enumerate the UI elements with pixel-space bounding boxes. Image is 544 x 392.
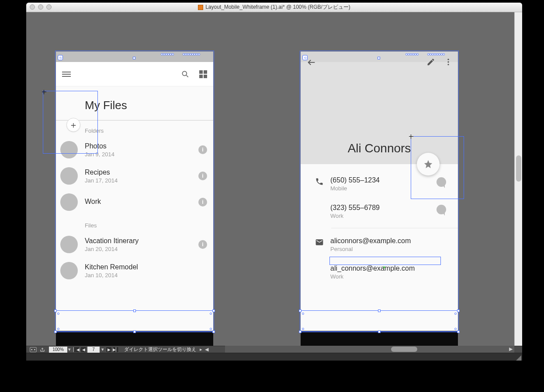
avatar	[60, 167, 78, 185]
add-fab-button[interactable]: ＋	[66, 118, 80, 132]
status-message: ダイレクト選択ツールを切り換え	[121, 346, 200, 353]
artboard-number-input[interactable]: 7	[87, 347, 100, 353]
gpu-preview-icon	[30, 347, 37, 352]
artboard-dropdown-icon[interactable]: ▾	[100, 347, 105, 352]
svg-point-5	[447, 64, 449, 65]
illustrator-window: Layout_Mobile_Whiteframe (1).ai* @ 100% …	[26, 3, 522, 361]
hscroll-left-arrow-icon[interactable]: ◀	[205, 347, 208, 352]
svg-point-3	[447, 59, 449, 60]
message-icon[interactable]	[437, 177, 446, 187]
link-indicator-icon: ⎋	[302, 55, 308, 60]
phone-icon	[308, 176, 330, 186]
item-title: Recipes	[85, 168, 198, 176]
phone-number: (650) 555–1234	[330, 176, 433, 184]
edit-icon[interactable]	[426, 58, 435, 66]
anchor-cluster[interactable]	[427, 53, 445, 55]
status-icons[interactable]	[26, 347, 49, 352]
zoom-input[interactable]: 100%	[49, 347, 67, 353]
anchor-cluster[interactable]	[161, 53, 174, 55]
anchor-cluster[interactable]: ⎋	[58, 55, 63, 60]
title-text: Layout_Mobile_Whiteframe (1).ai* @ 100% …	[205, 3, 350, 11]
message-icon[interactable]	[437, 205, 446, 214]
item-title: Work	[85, 198, 198, 206]
page-title: My Files	[85, 99, 213, 112]
selection-handle[interactable]	[133, 57, 135, 59]
search-icon[interactable]	[181, 70, 190, 79]
info-icon[interactable]: i	[198, 145, 207, 154]
section-header-files: Files	[56, 215, 213, 231]
contact-row[interactable]: ali_connors@example.com Work	[301, 258, 458, 286]
star-fab-button[interactable]	[417, 153, 440, 175]
contact-row[interactable]: (323) 555–6789 Work	[301, 198, 458, 225]
scrollbar-thumb[interactable]	[391, 347, 417, 352]
artboard-my-files[interactable]: My Files ＋ Folders Photos Jan 9, 2014 i …	[56, 52, 213, 331]
first-artboard-button[interactable]: ▏◀	[73, 347, 80, 353]
horizontal-scrollbar[interactable]: ▶	[225, 346, 514, 353]
canvas[interactable]: My Files ＋ Folders Photos Jan 9, 2014 i …	[26, 12, 514, 346]
document-title: Layout_Mobile_Whiteframe (1).ai* @ 100% …	[198, 3, 350, 11]
info-icon[interactable]: i	[198, 198, 207, 206]
email-address: ali_connors@example.com	[330, 265, 433, 272]
zoom-window-button[interactable]	[46, 4, 52, 10]
contact-row[interactable]: (650) 555–1234 Mobile	[301, 170, 458, 198]
svg-point-8	[34, 349, 35, 350]
status-dropdown-icon[interactable]: ▸	[200, 347, 205, 352]
share-icon	[39, 347, 45, 352]
list-item[interactable]: Kitchen Remodel Jan 10, 2014	[56, 258, 213, 279]
contact-header: Ali Connors	[301, 52, 458, 164]
anchor-cross-icon	[409, 134, 413, 139]
info-icon[interactable]: i	[198, 240, 207, 249]
artboard-nav: ▏◀ ◀ 7 ▾ ▶ ▶▏	[72, 347, 121, 353]
close-window-button[interactable]	[30, 4, 35, 10]
prev-artboard-button[interactable]: ◀	[80, 347, 87, 353]
anchor-cross-icon	[42, 90, 46, 94]
titlebar[interactable]: Layout_Mobile_Whiteframe (1).ai* @ 100% …	[26, 3, 522, 12]
artboard-contact[interactable]: Ali Connors (650) 555–1234 Mobile	[301, 52, 458, 331]
avatar	[60, 193, 78, 211]
avatar	[60, 141, 78, 158]
overflow-menu-icon[interactable]	[444, 58, 453, 66]
hamburger-menu-icon[interactable]	[62, 72, 71, 77]
email-label: Personal	[330, 246, 433, 252]
scrollbar-thumb[interactable]	[516, 155, 521, 182]
contact-name: Ali Connors	[301, 141, 458, 155]
email-label: Work	[330, 273, 433, 280]
window-resize-grip[interactable]	[515, 354, 521, 361]
anchor-cluster[interactable]	[405, 53, 419, 55]
anchor-cluster[interactable]	[183, 53, 200, 55]
nav-bar	[56, 331, 213, 346]
list-item[interactable]: Photos Jan 9, 2014 i	[56, 137, 213, 163]
contact-row[interactable]: aliconnors@example.com Personal	[301, 231, 458, 258]
info-icon[interactable]: i	[198, 172, 207, 180]
hscroll-right-arrow-icon[interactable]: ▶	[509, 346, 513, 352]
anchor-cluster[interactable]: ⎋	[302, 55, 308, 60]
svg-rect-6	[30, 347, 37, 352]
smart-guide-x-icon: ×	[383, 265, 385, 270]
grid-view-icon[interactable]	[199, 70, 207, 78]
last-artboard-button[interactable]: ▶▏	[113, 347, 119, 353]
item-subtitle: Jan 9, 2014	[85, 151, 198, 158]
next-artboard-button[interactable]: ▶	[106, 347, 112, 353]
vertical-scrollbar[interactable]	[514, 12, 522, 346]
zoom-dropdown-icon[interactable]: ▾	[67, 347, 72, 352]
email-address: aliconnors@example.com	[330, 237, 433, 245]
phone-label: Work	[330, 213, 433, 219]
list-item[interactable]: Recipes Jan 17, 2014 i	[56, 163, 213, 189]
svg-point-0	[182, 71, 187, 76]
back-icon[interactable]	[307, 58, 316, 67]
list-item[interactable]: Work i	[56, 189, 213, 215]
app-bar	[56, 62, 213, 86]
email-icon	[308, 237, 330, 247]
window-controls[interactable]	[30, 4, 52, 10]
link-indicator-icon: ⎋	[58, 55, 63, 60]
item-title: Photos	[85, 142, 198, 150]
selection-handle[interactable]	[378, 57, 380, 59]
phone-number: (323) 555–6789	[330, 204, 433, 212]
bottom-frame	[26, 353, 522, 361]
item-subtitle: Jan 10, 2014	[85, 272, 207, 279]
svg-point-4	[447, 61, 449, 62]
list-item[interactable]: Vacation Itinerary Jan 20, 2014 i	[56, 231, 213, 258]
minimize-window-button[interactable]	[38, 4, 43, 10]
nav-bar	[301, 331, 458, 346]
item-subtitle: Jan 17, 2014	[85, 177, 198, 184]
